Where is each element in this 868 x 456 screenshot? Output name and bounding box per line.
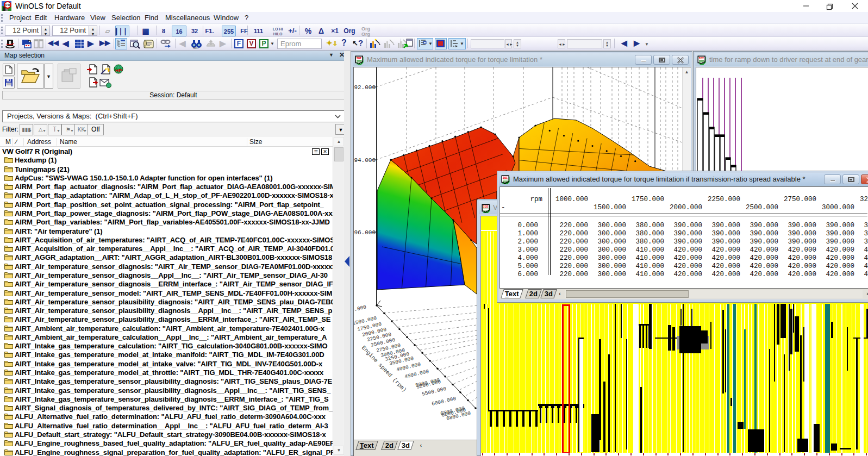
svg-text:IOI: IOI <box>699 57 704 60</box>
svg-text:IOI: IOI <box>357 57 362 60</box>
svg-text:00.000: 00.000 <box>354 304 367 314</box>
svg-text:IOI: IOI <box>503 176 508 180</box>
svg-text:6000.000: 6000.000 <box>431 396 457 407</box>
svg-text:IOII..: IOII.. <box>193 46 199 49</box>
svg-text:HP: HP <box>115 68 122 73</box>
svg-text:396.000: 396.000 <box>354 229 376 236</box>
svg-text:392.000: 392.000 <box>354 84 376 91</box>
svg-text:IOI: IOI <box>483 205 489 209</box>
svg-text:394.000: 394.000 <box>354 157 376 164</box>
